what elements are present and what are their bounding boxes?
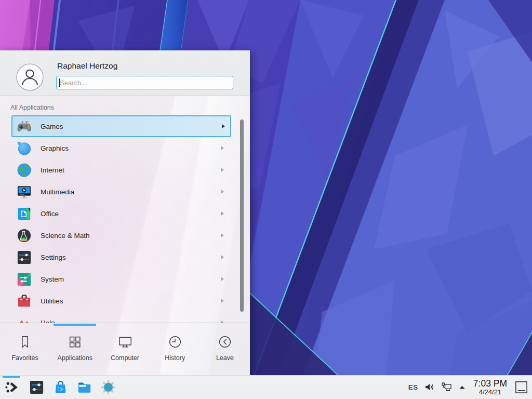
pinned-tasks (29, 379, 116, 395)
network-icon[interactable] (441, 381, 453, 393)
desktop: Raphael Hertzog All Applications GamesGr… (0, 0, 532, 399)
app-category-games[interactable]: Games (11, 115, 231, 137)
text-caret (59, 78, 60, 87)
settings-icon (16, 249, 32, 265)
office-icon (16, 206, 32, 222)
submenu-arrow-icon (221, 190, 224, 194)
app-category-label: Settings (41, 254, 221, 261)
clock-time: 7:03 PM (473, 379, 507, 388)
taskbar: ES 7:03 PM 4/24/21 (0, 375, 532, 399)
submenu-arrow-icon (221, 211, 224, 216)
system-icon (16, 271, 32, 287)
games-icon (16, 118, 32, 135)
kde-launcher-icon (4, 379, 20, 395)
tab-applications[interactable]: Applications (50, 323, 100, 375)
active-task-indicator (3, 376, 20, 378)
app-category-label: Help (41, 319, 221, 323)
submenu-arrow-icon (222, 124, 225, 128)
app-category-graphics[interactable]: Graphics (0, 137, 250, 159)
submenu-arrow-icon (221, 277, 224, 281)
show-desktop-button[interactable] (514, 380, 528, 394)
app-category-label: Internet (41, 166, 221, 174)
graphics-icon (16, 140, 32, 156)
search-field[interactable] (56, 76, 233, 89)
tab-leave[interactable]: Leave (200, 323, 250, 375)
applications-icon (67, 334, 83, 350)
application-category-list: GamesGraphicsInternetMultimediaOfficeSci… (0, 115, 250, 323)
system-tray: ES 7:03 PM 4/24/21 (408, 379, 532, 395)
app-category-label: Multimedia (41, 188, 221, 196)
user-name: Raphael Hertzog (57, 61, 117, 71)
active-tab-indicator (54, 324, 96, 326)
system-settings-icon[interactable] (29, 379, 45, 395)
tab-favorites[interactable]: Favorites (0, 323, 50, 375)
submenu-arrow-icon (221, 233, 224, 237)
tab-history[interactable]: History (150, 323, 200, 375)
favorites-icon (17, 334, 33, 350)
launcher-header: Raphael Hertzog (0, 50, 250, 96)
app-category-label: Science & Math (41, 232, 221, 240)
tab-label: Computer (111, 354, 139, 362)
application-launcher-menu: Raphael Hertzog All Applications GamesGr… (0, 50, 250, 375)
help-icon (16, 315, 32, 323)
app-category-office[interactable]: Office (0, 203, 250, 224)
tab-label: Favorites (11, 354, 38, 362)
submenu-arrow-icon (221, 299, 224, 303)
history-icon (167, 334, 183, 350)
volume-icon[interactable] (424, 381, 435, 393)
file-manager-icon[interactable] (76, 379, 92, 395)
scrollbar[interactable] (240, 119, 244, 312)
section-label: All Applications (10, 104, 54, 111)
tab-label: History (165, 354, 185, 362)
clock[interactable]: 7:03 PM 4/24/21 (473, 379, 507, 395)
leave-icon (217, 334, 233, 350)
tab-label: Leave (216, 354, 234, 362)
app-category-label: Graphics (41, 144, 221, 152)
app-category-label: Games (41, 123, 222, 130)
internet-icon (16, 162, 32, 178)
app-category-label: System (41, 275, 221, 283)
keyboard-layout-indicator[interactable]: ES (408, 383, 418, 391)
app-category-internet[interactable]: Internet (0, 159, 250, 181)
multimedia-icon (16, 184, 32, 200)
app-category-label: Office (41, 210, 221, 218)
application-launcher-button[interactable] (2, 376, 21, 399)
submenu-arrow-icon (221, 146, 224, 150)
submenu-arrow-icon (221, 255, 224, 259)
user-avatar-icon[interactable] (16, 63, 44, 91)
app-category-utilities[interactable]: Utilities (0, 290, 250, 312)
app-category-multimedia[interactable]: Multimedia (0, 181, 250, 203)
submenu-arrow-icon (221, 168, 224, 172)
science-icon (16, 228, 32, 244)
web-browser-icon[interactable] (100, 379, 116, 395)
expand-tray-arrow-icon[interactable] (458, 383, 466, 391)
tab-computer[interactable]: Computer (100, 323, 150, 375)
app-category-label: Utilities (41, 297, 221, 305)
utilities-icon (16, 293, 32, 309)
computer-icon (117, 334, 133, 350)
search-input[interactable] (56, 76, 233, 89)
launcher-tab-bar: FavoritesApplicationsComputerHistoryLeav… (0, 323, 250, 375)
clock-date: 4/24/21 (473, 389, 507, 396)
app-category-system[interactable]: System (0, 268, 250, 290)
tab-label: Applications (58, 354, 92, 362)
app-category-settings[interactable]: Settings (0, 246, 250, 268)
app-category-help[interactable]: Help (0, 312, 250, 323)
app-category-science-math[interactable]: Science & Math (0, 224, 250, 246)
discover-icon[interactable] (52, 379, 69, 395)
